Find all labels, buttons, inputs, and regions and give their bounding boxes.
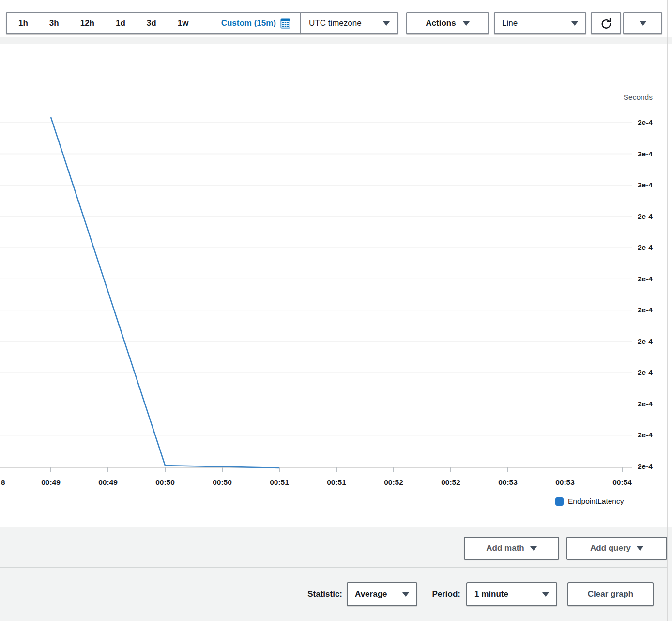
chevron-down-icon [637, 546, 643, 551]
clear-graph-button[interactable]: Clear graph [567, 582, 654, 606]
x-tick-label: 00:50 [213, 478, 232, 487]
x-tick-label: 00:49 [41, 478, 61, 487]
legend-label: EndpointLatency [568, 497, 624, 506]
right-edge-divider [667, 0, 668, 621]
x-tick-label: 00:50 [155, 478, 175, 487]
chevron-down-icon [542, 592, 549, 597]
x-tick-label: 00:52 [384, 478, 403, 487]
clear-graph-label: Clear graph [588, 590, 633, 599]
y-tick-label: 2e-4 [638, 368, 653, 377]
statistic-value: Average [355, 590, 387, 599]
y-tick-label: 2e-4 [638, 243, 653, 252]
add-query-label: Add query [590, 543, 631, 553]
add-math-label: Add math [486, 543, 524, 553]
period-label: Period: [418, 582, 460, 606]
y-tick-label: 2e-4 [638, 118, 653, 127]
y-tick-label: 2e-4 [638, 212, 653, 221]
x-tick-label: 00:54 [612, 478, 632, 487]
graph-options-panel: Add math Add query Statistic: Average Pe… [0, 527, 672, 621]
y-tick-label: 2e-4 [638, 462, 653, 471]
x-tick-label: 00:53 [555, 478, 575, 487]
y-tick-label: 2e-4 [638, 400, 653, 408]
x-tick-label: 00:49 [98, 478, 118, 487]
y-tick-label: 2e-4 [638, 431, 653, 439]
x-tick-label: 8 [1, 478, 5, 487]
x-tick-label: 00:52 [441, 478, 460, 487]
cloudwatch-metric-graph-widget: 1h3h12h1d3d1w Custom (15m) UTC timezone … [0, 0, 672, 621]
x-tick-label: 00:53 [498, 478, 518, 487]
y-tick-label: 2e-4 [638, 150, 653, 158]
chevron-down-icon [402, 592, 409, 597]
period-select[interactable]: 1 minute [466, 582, 557, 606]
legend-color-swatch [555, 497, 564, 506]
legend-item-endpointlatency[interactable]: EndpointLatency [555, 497, 624, 506]
y-tick-label: 2e-4 [638, 337, 653, 346]
y-tick-label: 2e-4 [638, 181, 653, 189]
add-query-button[interactable]: Add query [566, 537, 667, 560]
y-axis-unit-label: Seconds [624, 93, 653, 102]
panel-divider [0, 567, 667, 568]
statistic-select[interactable]: Average [347, 582, 417, 606]
period-value: 1 minute [474, 590, 508, 599]
x-tick-label: 00:51 [327, 478, 346, 487]
statistic-label: Statistic: [290, 582, 342, 606]
chevron-down-icon [530, 546, 537, 551]
x-tick-label: 00:51 [270, 478, 289, 487]
y-tick-label: 2e-4 [638, 275, 653, 283]
y-tick-label: 2e-4 [638, 306, 653, 314]
add-math-button[interactable]: Add math [464, 537, 559, 560]
